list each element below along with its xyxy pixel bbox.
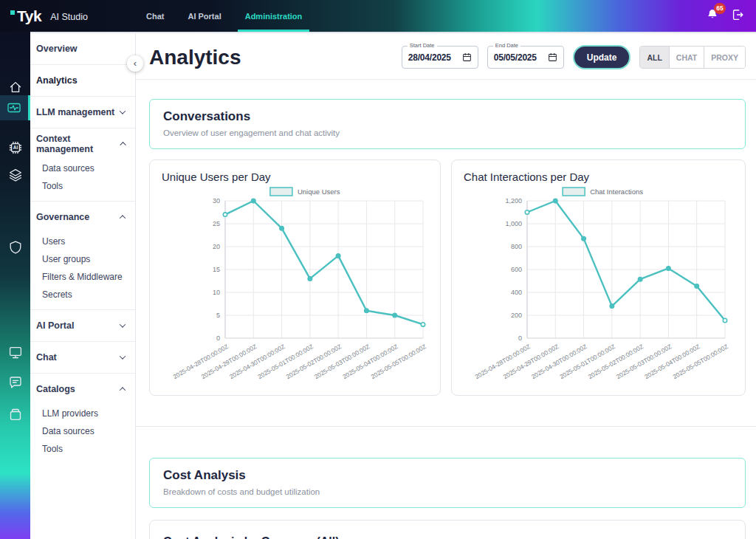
- rail-item-layers-icon[interactable]: [0, 162, 30, 188]
- sidebar-item-ai-portal[interactable]: AI Portal: [30, 310, 135, 341]
- tyk-logo: Tyk AI Studio: [0, 7, 88, 25]
- update-button[interactable]: Update: [573, 45, 631, 69]
- sidebar-group: Overview: [30, 33, 135, 65]
- conversations-title: Conversations: [163, 109, 732, 124]
- sidebar-item-llm-management[interactable]: LLM management: [30, 97, 135, 128]
- sidebar-group: AI Portal: [30, 310, 135, 342]
- page-header: Analytics Start Date 28/04/2025 End Date…: [136, 33, 756, 69]
- svg-text:600: 600: [511, 266, 522, 273]
- chart-plot: Unique Users0510152025302025-04-28T00:00…: [162, 186, 428, 388]
- legend-swatch: [563, 188, 585, 196]
- sidebar-subitem-user-groups[interactable]: User groups: [30, 250, 135, 268]
- sidebar-item-label: Catalogs: [36, 384, 75, 394]
- sidebar-item-context-management[interactable]: Context management: [30, 128, 135, 159]
- sidebar-subitem-tools[interactable]: Tools: [30, 440, 135, 458]
- rail-item-monitor-icon[interactable]: [0, 340, 30, 365]
- sidebar-subitem-llm-providers[interactable]: LLM providers: [30, 405, 135, 422]
- chevron-down-icon: [120, 108, 126, 114]
- ai-chip-icon: AI: [8, 140, 23, 155]
- rail-item-ai-chip-icon[interactable]: AI: [0, 135, 30, 160]
- topbar: Tyk AI Studio ChatAI PortalAdministratio…: [0, 0, 756, 32]
- header-divider: [136, 79, 756, 80]
- conversations-subtitle: Overview of user engagement and chat act…: [163, 128, 732, 137]
- rail-item-chat-bubble-icon[interactable]: [0, 370, 30, 395]
- calendar-icon: [462, 52, 472, 62]
- shield-icon: [8, 240, 23, 255]
- svg-text:20: 20: [213, 243, 220, 250]
- chevron-up-icon: [120, 215, 126, 221]
- sidebar-item-analytics[interactable]: Analytics: [30, 65, 135, 96]
- segment-chat[interactable]: CHAT: [669, 47, 704, 68]
- start-date-input[interactable]: Start Date 28/04/2025: [402, 46, 478, 69]
- calendar-icon: [548, 52, 557, 62]
- svg-text:25: 25: [213, 220, 220, 227]
- line-chart: Chat Interactions02004006008001,0001,200…: [464, 186, 732, 385]
- sidebar-group: Context managementData sourcesTools: [30, 128, 135, 202]
- chart-title: Chat Interactions per Day: [464, 171, 733, 183]
- topbar-actions: 65: [706, 0, 744, 32]
- sidebar-subitem-users[interactable]: Users: [30, 233, 135, 250]
- start-date-value: 28/04/2025: [408, 52, 451, 63]
- notification-badge: 65: [714, 3, 726, 14]
- segment-all[interactable]: ALL: [640, 47, 668, 68]
- sidebar-item-label: Chat: [36, 352, 57, 363]
- tab-administration[interactable]: Administration: [238, 0, 310, 32]
- sidebar-item-label: Governance: [36, 212, 89, 222]
- end-date-input[interactable]: End Date 05/05/2025: [487, 46, 564, 69]
- cost-analysis-title: Cost Analysis: [163, 468, 732, 483]
- start-date-label: Start Date: [408, 42, 437, 49]
- sidebar-subitem-tools[interactable]: Tools: [30, 177, 135, 195]
- svg-text:800: 800: [511, 243, 522, 250]
- rail-item-analytics-icon[interactable]: [0, 95, 30, 120]
- end-date-label: End Date: [493, 42, 520, 49]
- legend-label: Unique Users: [298, 188, 340, 196]
- sidebar-item-label: Overview: [36, 44, 78, 54]
- segment-proxy[interactable]: PROXY: [704, 47, 745, 68]
- sidebar-item-chat[interactable]: Chat: [30, 342, 135, 373]
- sidebar-group: Chat: [30, 342, 135, 374]
- svg-text:0: 0: [216, 334, 220, 342]
- tab-ai-portal[interactable]: AI Portal: [180, 0, 228, 32]
- app-screen: Tyk AI Studio ChatAI PortalAdministratio…: [0, 0, 756, 539]
- logout-button[interactable]: [731, 8, 744, 24]
- sidebar-group: CatalogsLLM providersData sourcesTools: [30, 374, 135, 464]
- sidebar-item-overview[interactable]: Overview: [30, 33, 135, 64]
- chart-plot: Chat Interactions02004006008001,0001,200…: [464, 186, 733, 388]
- line-chart: Unique Users0510152025302025-04-28T00:00…: [162, 186, 430, 385]
- cost-analysis-card: Cost Analysis Breakdown of costs and bud…: [149, 458, 746, 508]
- page-title: Analytics: [149, 46, 241, 69]
- chart-card-unique-users-per-day: Unique Users per DayUnique Users05101520…: [149, 159, 441, 396]
- sidebar-item-governance[interactable]: Governance: [30, 202, 135, 233]
- svg-text:15: 15: [213, 266, 220, 273]
- sidebar-item-catalogs[interactable]: Catalogs: [30, 374, 135, 405]
- cost-by-currency-title: Cost Analysis by Currency (All): [163, 535, 732, 539]
- legend-swatch: [270, 188, 292, 196]
- svg-text:0: 0: [518, 334, 522, 342]
- sidebar-item-label: LLM management: [36, 107, 114, 117]
- sidebar-subitem-filters-middleware[interactable]: Filters & Middleware: [30, 268, 135, 286]
- svg-text:200: 200: [511, 312, 522, 319]
- svg-text:10: 10: [213, 289, 220, 296]
- content-area: Conversations Overview of user engagemen…: [136, 99, 756, 539]
- logo-suffix: AI Studio: [50, 12, 88, 22]
- logout-icon: [731, 8, 744, 21]
- svg-text:5: 5: [216, 312, 220, 319]
- cost-analysis-subtitle: Breakdown of costs and budget utilizatio…: [163, 487, 732, 496]
- sidebar-group: GovernanceUsersUser groupsFilters & Midd…: [30, 202, 135, 310]
- svg-text:400: 400: [511, 289, 522, 296]
- sidebar-subitem-secrets[interactable]: Secrets: [30, 286, 135, 303]
- sidebar-collapse-button[interactable]: ‹: [127, 55, 143, 72]
- notifications-button[interactable]: 65: [706, 8, 719, 24]
- chevron-up-icon: [120, 387, 126, 393]
- header-controls: Start Date 28/04/2025 End Date 05/05/202…: [402, 45, 746, 69]
- svg-text:30: 30: [213, 197, 220, 205]
- tab-chat[interactable]: Chat: [139, 0, 171, 32]
- sidebar-subitem-data-sources[interactable]: Data sources: [30, 422, 135, 440]
- filter-segments: ALLCHATPROXY: [639, 46, 746, 69]
- rail-item-shield-icon[interactable]: [0, 235, 30, 260]
- svg-text:AI: AI: [13, 145, 18, 150]
- rail-item-box-icon[interactable]: [0, 402, 30, 427]
- main-content: Analytics Start Date 28/04/2025 End Date…: [136, 32, 756, 539]
- topbar-tabs: ChatAI PortalAdministration: [139, 0, 309, 32]
- sidebar-subitem-data-sources[interactable]: Data sources: [30, 159, 135, 177]
